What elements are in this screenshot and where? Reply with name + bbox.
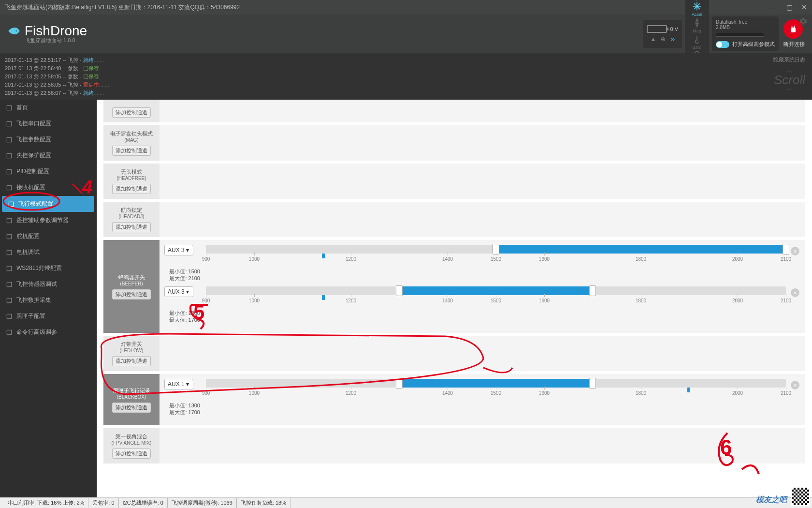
mode-body [160, 428, 805, 463]
nav-label: WS2811灯带配置 [16, 264, 62, 272]
sidebar-item-4[interactable]: PID控制配置 [0, 164, 96, 179]
range-slider[interactable]: 90010001200140015001600180020002100 [206, 286, 786, 306]
advanced-toggle-label: 打开高级调参模式 [732, 41, 775, 48]
svg-rect-16 [7, 330, 11, 334]
scroll-indicator: ︿ Scroll ﹀ [774, 68, 805, 92]
aux-select[interactable]: AUX 1 ▾ [164, 379, 193, 389]
add-channel-button[interactable]: 添加控制通道 [112, 222, 151, 232]
nav-label: 黑匣子配置 [16, 312, 45, 320]
sidebar-item-14[interactable]: 命令行高级调参 [0, 324, 96, 340]
disconnect-label: 断开连接 [783, 41, 805, 48]
range-row: AUX 3 ▾ 最小值: 1500最大值: 2100 9001000120014… [164, 245, 786, 282]
delete-range-button[interactable]: × [791, 247, 799, 255]
hide-log-button[interactable]: 隐藏系统日志 [773, 56, 805, 63]
sidebar-item-12[interactable]: 飞控数据采集 [0, 292, 96, 308]
usb-icon [788, 24, 798, 34]
sidebar-item-0[interactable]: 首页 [0, 100, 96, 116]
svg-rect-10 [7, 234, 11, 239]
aux-select[interactable]: AUX 3 ▾ [164, 286, 193, 297]
mode-body [160, 100, 805, 122]
qr-code [791, 487, 810, 506]
sidebar: 首页飞控串口配置飞控参数配置失控保护配置PID控制配置接收机配置飞行模式配置遥控… [0, 100, 97, 497]
nav-icon [6, 329, 13, 336]
add-channel-button[interactable]: 添加控制通道 [112, 403, 151, 413]
nav-icon [8, 201, 14, 208]
nav-icon [6, 297, 13, 304]
delete-range-button[interactable]: × [791, 381, 799, 389]
svg-rect-3 [7, 121, 11, 126]
nav-icon [6, 249, 13, 256]
status-i2c: I2C总线错误率: 0 [119, 498, 168, 508]
aux-select[interactable]: AUX 3 ▾ [164, 245, 193, 255]
mode-body: AUX 3 ▾ 最小值: 1500最大值: 2100 9001000120014… [160, 240, 805, 333]
mode-row: 蜂鸣器开关(BEEPER)添加控制通道 AUX 3 ▾ 最小值: 1500最大值… [103, 240, 805, 333]
sensor-accel: Accel [689, 1, 705, 17]
alert-icon: ▲ [651, 36, 656, 43]
add-channel-button[interactable]: 添加控制通道 [112, 289, 151, 299]
mode-label: 电子罗盘锁头模式(MAG)添加控制通道 [103, 125, 160, 161]
mode-row: 航向锁定(HEADADJ)添加控制通道 [103, 202, 805, 237]
sidebar-item-10[interactable]: WS2811灯带配置 [0, 260, 96, 276]
sidebar-item-6[interactable]: 飞行模式配置 [2, 196, 94, 212]
mode-row: 黑匣子飞行记录(BLACKBOX)添加控制通道 AUX 1 ▾ 最小值: 130… [103, 374, 805, 425]
sidebar-item-3[interactable]: 失控保护配置 [0, 148, 96, 164]
statusbar: 串口利用率: 下载: 16% 上传: 2% 丢包率: 0 I2C总线错误率: 0… [0, 497, 812, 508]
sidebar-item-1[interactable]: 飞控串口配置 [0, 116, 96, 132]
svg-rect-9 [7, 218, 11, 223]
sidebar-item-9[interactable]: 电机调试 [0, 244, 96, 260]
mode-body [160, 125, 805, 161]
mode-label: 无头模式(HEADFREE)添加控制通道 [103, 164, 160, 199]
nav-label: 舵机配置 [16, 232, 40, 240]
sidebar-item-5[interactable]: 接收机配置 [0, 179, 96, 195]
nav-label: 失控保护配置 [16, 151, 51, 160]
minimize-icon[interactable]: — [771, 3, 778, 11]
range-slider[interactable]: 90010001200140015001600180020002100 [206, 379, 786, 398]
status-task: 飞控任务负载: 13% [237, 498, 290, 508]
add-channel-button[interactable]: 添加控制通道 [112, 448, 151, 459]
mode-body [160, 164, 805, 199]
mode-row: 第一视角混合(FPV ANGLE MIX)添加控制通道 [103, 428, 805, 463]
sidebar-item-13[interactable]: 黑匣子配置 [0, 308, 96, 324]
close-icon[interactable]: ✕ [801, 3, 807, 11]
add-channel-button[interactable]: 添加控制通道 [112, 356, 151, 366]
svg-rect-4 [7, 137, 11, 142]
svg-rect-12 [7, 266, 11, 270]
mode-label: 添加控制通道 [103, 100, 160, 122]
nav-label: 飞行模式配置 [18, 200, 53, 208]
gear-icon[interactable] [799, 17, 807, 25]
header: FishDrone 飞鱼穿越地面站 1.0.0 0 V ▲ ⊕ ∞ Gyro A… [0, 15, 812, 53]
nav-label: 电机调试 [16, 248, 40, 256]
nav-icon [6, 281, 13, 288]
mode-label: 灯带开关(LEDLOW)添加控制通道 [103, 336, 160, 371]
window-title: 飞鱼穿越地面站(内核版本:Betaflight V1.8.5) 更新日期：201… [5, 3, 240, 12]
dataflash-bar [716, 32, 764, 37]
sidebar-item-8[interactable]: 舵机配置 [0, 228, 96, 244]
nav-label: 接收机配置 [16, 183, 45, 192]
mode-row: 添加控制通道 [103, 100, 805, 122]
fish-icon [7, 24, 21, 38]
sidebar-item-7[interactable]: 遥控辅助参数调节器 [0, 212, 96, 228]
mode-row: 灯带开关(LEDLOW)添加控制通道 [103, 336, 805, 371]
globe-icon: ⊕ [661, 36, 666, 43]
delete-range-button[interactable]: × [791, 288, 799, 297]
add-channel-button[interactable]: 添加控制通道 [112, 184, 151, 194]
sidebar-item-2[interactable]: 飞控参数配置 [0, 132, 96, 148]
add-channel-button[interactable]: 添加控制通道 [112, 146, 151, 156]
advanced-toggle[interactable] [716, 41, 729, 48]
range-slider[interactable]: 90010001200140015001600180020002100 [206, 245, 786, 264]
nav-label: 首页 [16, 104, 28, 112]
minmax: 最小值: 1300最大值: 1700 [164, 402, 200, 416]
add-channel-button[interactable]: 添加控制通道 [112, 107, 151, 118]
nav-label: PID控制配置 [16, 167, 49, 176]
nav-icon [6, 152, 13, 159]
forum-logo: 模友之吧 [756, 495, 787, 505]
mode-body [160, 336, 805, 371]
nav-icon [6, 313, 13, 320]
log-line: 2017-01-13 @ 22:58:07 -- 飞控 - 就绪....... [5, 89, 807, 97]
battery-icon [647, 25, 667, 33]
mode-row: 无头模式(HEADFREE)添加控制通道 [103, 164, 805, 199]
sidebar-item-11[interactable]: 飞控传感器调试 [0, 276, 96, 292]
status-cycle: 飞控调度周期(微秒): 1069 [168, 498, 237, 508]
nav-label: 飞控传感器调试 [16, 280, 57, 288]
maximize-icon[interactable]: ▢ [786, 3, 793, 11]
